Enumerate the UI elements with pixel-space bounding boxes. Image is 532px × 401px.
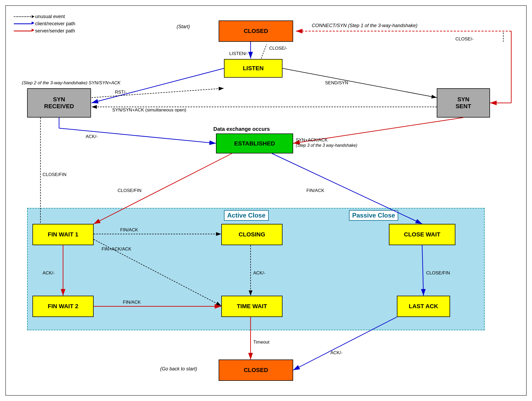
label-go-back: (Go back to start) xyxy=(160,366,197,372)
svg-text:FIN/ACK: FIN/ACK xyxy=(306,188,325,193)
state-closing: CLOSING xyxy=(221,224,282,245)
svg-text:Timeout: Timeout xyxy=(253,340,269,345)
svg-text:SYN/SYN+ACK (simultaneous open: SYN/SYN+ACK (simultaneous open) xyxy=(112,107,186,112)
svg-text:RST/-: RST/- xyxy=(115,90,127,95)
svg-text:(Step 3 of the 3 way-handshake: (Step 3 of the 3 way-handshake) xyxy=(296,143,357,148)
state-syn-received: SYNRECEIVED xyxy=(27,88,91,118)
state-fin-wait-2: FIN WAIT 2 xyxy=(32,296,94,317)
svg-text:SYN+ACK/ACK: SYN+ACK/ACK xyxy=(296,137,328,143)
blue-line-legend xyxy=(14,23,32,24)
svg-text:CLOSE/-: CLOSE/- xyxy=(455,36,473,41)
svg-text:CONNECT/SYN  (Step 1 of the 3-: CONNECT/SYN (Step 1 of the 3-way-handsha… xyxy=(312,23,417,28)
active-close-label: Active Close xyxy=(224,210,269,221)
svg-line-23 xyxy=(59,128,216,143)
label-start: (Start) xyxy=(177,24,190,30)
tcp-state-diagram: unusual event client/receiver path serve… xyxy=(5,5,527,396)
legend-server: server/sender path xyxy=(35,28,75,34)
svg-line-16 xyxy=(92,88,224,98)
dotted-line-legend xyxy=(14,16,32,17)
svg-line-12 xyxy=(261,44,267,59)
svg-text:Data exchange occurs: Data exchange occurs xyxy=(213,126,270,132)
legend-client: client/receiver path xyxy=(35,21,75,27)
state-time-wait: TIME WAIT xyxy=(221,296,282,317)
svg-text:(Step 2 of the 3-way-handshake: (Step 2 of the 3-way-handshake) SYN/SYN+… xyxy=(22,80,121,85)
svg-text:LISTEN/-: LISTEN/- xyxy=(229,51,248,56)
state-listen: LISTEN xyxy=(224,59,282,78)
svg-line-14 xyxy=(92,68,224,103)
state-established: ESTABLISHED xyxy=(216,133,293,153)
state-closed-top: CLOSED xyxy=(219,20,293,42)
state-close-wait: CLOSE WAIT xyxy=(389,224,455,245)
svg-text:ACK/-: ACK/- xyxy=(86,134,98,139)
state-last-ack: LAST ACK xyxy=(397,296,450,317)
passive-close-label: Passive Close xyxy=(349,210,398,221)
svg-text:CLOSE/FIN: CLOSE/FIN xyxy=(118,188,142,193)
svg-line-26 xyxy=(293,118,463,143)
svg-text:ACK/-: ACK/- xyxy=(330,350,342,355)
state-fin-wait-1: FIN WAIT 1 xyxy=(32,224,94,245)
red-line-legend xyxy=(14,31,32,31)
legend: unusual event client/receiver path serve… xyxy=(14,14,75,35)
svg-text:CLOSE/FIN: CLOSE/FIN xyxy=(43,172,66,177)
state-syn-sent: SYNSENT xyxy=(437,88,490,118)
svg-line-18 xyxy=(282,68,437,98)
legend-unusual: unusual event xyxy=(35,14,65,19)
state-closed-bottom: CLOSED xyxy=(219,360,293,381)
svg-text:SEND/SYN: SEND/SYN xyxy=(325,80,348,85)
svg-text:CLOSE/-: CLOSE/- xyxy=(269,46,287,51)
